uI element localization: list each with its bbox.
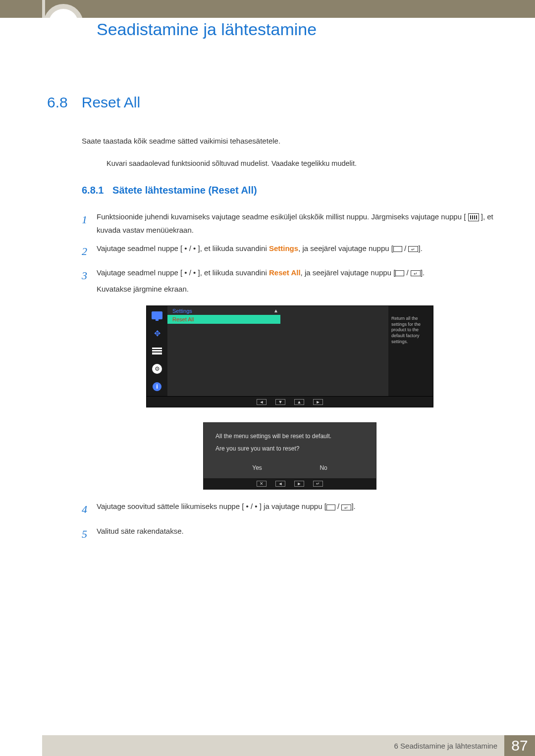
- osd-sidebar: ✥ ⚙ i: [147, 306, 167, 396]
- section-heading: 6.8 Reset All: [47, 94, 498, 111]
- close-icon: ✕: [257, 481, 267, 487]
- step-text: Valitud säte rakendatakse.: [97, 524, 498, 544]
- gear-icon: ⚙: [151, 363, 163, 374]
- monitor-icon: [151, 310, 163, 321]
- step-number: 2: [82, 242, 97, 261]
- list-icon: [151, 346, 163, 356]
- osd-reset-dialog: All the menu settings will be reset to d…: [203, 422, 376, 490]
- text: ].: [418, 244, 422, 252]
- arrows-icon: ✥: [151, 328, 163, 339]
- osd-body: ✥ ⚙ i Settings ▲ Reset All Return all th…: [147, 306, 433, 396]
- text: ].: [351, 502, 355, 510]
- osd-nav-footer: ◄ ▼ ▲ ►: [147, 396, 433, 407]
- step-5: 5 Valitud säte rakendatakse.: [82, 524, 498, 544]
- model-note: Kuvari saadaolevad funktsioonid sõltuvad…: [107, 159, 498, 167]
- nav-left-icon: ◄: [257, 399, 267, 405]
- chapter-title: Seadistamine ja lähtestamine: [97, 20, 317, 39]
- highlight-resetall: Reset All: [269, 268, 301, 277]
- section-title: Reset All: [82, 94, 140, 111]
- dots-icon: • / •: [244, 502, 259, 510]
- text: Vajutage seadmel nuppe [: [97, 268, 182, 277]
- subsection-title: Sätete lähtestamine (Reset All): [112, 185, 257, 196]
- step-1: 1 Funktsioonide juhendi kuvamiseks vajut…: [82, 210, 498, 237]
- dialog-message-1: All the menu settings will be reset to d…: [215, 432, 364, 441]
- nav-right-icon: ►: [294, 481, 304, 487]
- dialog-message-2: Are you sure you want to reset?: [215, 444, 364, 454]
- step-4: 4 Vajutage soovitud sättele liikumiseks …: [82, 500, 498, 519]
- text: , ja seejärel vajutage nuppu [: [298, 244, 393, 252]
- step-text: Vajutage seadmel nuppe [ • / • ], et lii…: [97, 242, 498, 261]
- rect-icon: [393, 246, 402, 252]
- enter-icon: ↵: [313, 481, 323, 487]
- dialog-buttons: Yes No: [204, 460, 376, 478]
- enter-icon: [411, 270, 421, 276]
- highlight-settings: Settings: [269, 244, 298, 252]
- text: ], et liikuda suvandini: [198, 244, 269, 252]
- nav-right-icon: ►: [313, 399, 323, 405]
- enter-icon: [408, 246, 418, 252]
- osd-settings-menu: ✥ ⚙ i Settings ▲ Reset All Return all th…: [146, 305, 433, 407]
- enter-icon: [341, 504, 351, 510]
- dots-icon: • / •: [182, 244, 198, 252]
- nav-up-icon: ▲: [294, 399, 304, 405]
- step-text: Funktsioonide juhendi kuvamiseks vajutag…: [97, 210, 498, 237]
- step-text: Vajutage soovitud sättele liikumiseks nu…: [97, 500, 498, 519]
- step-text: Vajutage seadmel nuppe [ • / • ], et lii…: [97, 266, 498, 296]
- nav-left-icon: ◄: [275, 481, 285, 487]
- osd-help-panel: Return all the settings for the product …: [388, 306, 433, 396]
- dialog-body: All the menu settings will be reset to d…: [204, 423, 376, 460]
- footer-breadcrumb: 6 Seadistamine ja lähtestamine: [42, 735, 504, 756]
- info-icon: i: [151, 381, 163, 392]
- content-area: 6.8 Reset All Saate taastada kõik seadme…: [47, 94, 498, 549]
- no-button[interactable]: No: [320, 464, 327, 471]
- osd-menu-title: Settings ▲: [167, 306, 388, 315]
- osd-selected-item: Reset All: [167, 315, 280, 324]
- text: Kuvatakse järgmine ekraan.: [97, 282, 498, 296]
- dots-icon: • / •: [182, 268, 198, 277]
- step-number: 1: [82, 210, 97, 237]
- subsection-heading: 6.8.1 Sätete lähtestamine (Reset All): [82, 185, 498, 196]
- rect-icon: [326, 504, 335, 510]
- intro-text: Saate taastada kõik seadme sätted vaikim…: [82, 136, 498, 147]
- label: Settings: [172, 308, 192, 314]
- page-number: 87: [504, 735, 535, 756]
- yes-button[interactable]: Yes: [252, 464, 262, 471]
- subsection-number: 6.8.1: [82, 185, 104, 196]
- osd-main-panel: Settings ▲ Reset All: [167, 306, 388, 386]
- menu-icon: [468, 213, 479, 221]
- step-number: 5: [82, 524, 97, 544]
- step-number: 3: [82, 266, 97, 296]
- text: Funktsioonide juhendi kuvamiseks vajutag…: [97, 212, 466, 221]
- step-number: 4: [82, 500, 97, 519]
- text: ], et liikuda suvandini: [198, 268, 269, 277]
- text: ].: [421, 268, 425, 277]
- text: ] ja vajutage nuppu [: [260, 502, 326, 510]
- steps-list: 1 Funktsioonide juhendi kuvamiseks vajut…: [82, 210, 498, 544]
- up-arrow-icon: ▲: [273, 308, 278, 313]
- text: , ja seejärel vajutage nuppu [: [301, 268, 396, 277]
- text: Vajutage seadmel nuppe [: [97, 244, 182, 252]
- dialog-nav-footer: ✕ ◄ ► ↵: [204, 478, 376, 489]
- step-2: 2 Vajutage seadmel nuppe [ • / • ], et l…: [82, 242, 498, 261]
- rect-icon: [395, 270, 404, 276]
- step-3: 3 Vajutage seadmel nuppe [ • / • ], et l…: [82, 266, 498, 296]
- page-footer: 6 Seadistamine ja lähtestamine 87: [42, 735, 535, 756]
- nav-down-icon: ▼: [275, 399, 285, 405]
- text: Vajutage soovitud sättele liikumiseks nu…: [97, 502, 244, 510]
- section-number: 6.8: [47, 94, 68, 111]
